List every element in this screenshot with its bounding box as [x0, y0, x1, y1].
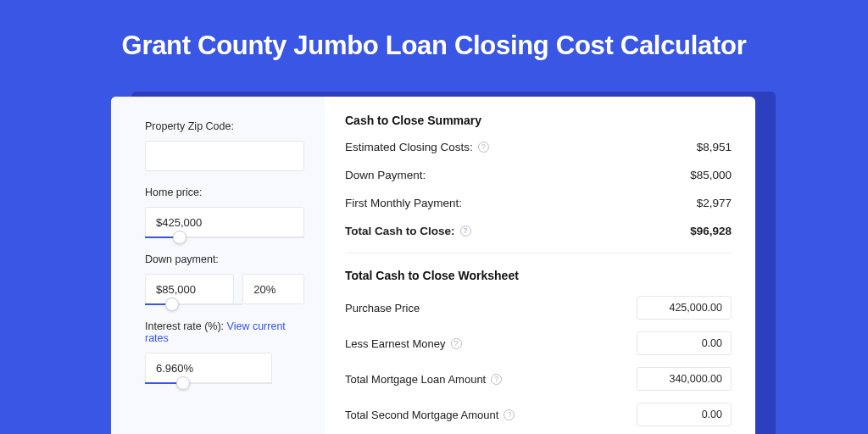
summary-row-first-monthly: First Monthly Payment: $2,977	[345, 197, 732, 209]
summary-row-down-payment: Down Payment: $85,000	[345, 169, 732, 181]
help-icon[interactable]: ?	[451, 338, 462, 349]
results-pane: Cash to Close Summary Estimated Closing …	[325, 97, 755, 434]
home-price-slider[interactable]	[145, 236, 304, 238]
zip-input[interactable]	[145, 141, 304, 171]
down-payment-pct-input[interactable]	[242, 274, 304, 304]
interest-field-group: Interest rate (%): View current rates	[145, 320, 304, 384]
interest-slider[interactable]	[145, 382, 272, 384]
down-payment-field-group: Down payment:	[145, 253, 304, 305]
down-payment-slider[interactable]	[145, 303, 242, 305]
worksheet-section: Total Cash to Close Worksheet Purchase P…	[345, 253, 732, 426]
down-payment-label: Down payment:	[145, 253, 304, 265]
worksheet-label-text: Total Second Mortgage Amount	[345, 409, 498, 421]
interest-slider-thumb[interactable]	[176, 376, 190, 390]
calculator-card: Property Zip Code: Home price: Down paym…	[111, 97, 755, 434]
summary-value: $85,000	[690, 169, 732, 181]
summary-value: $2,977	[697, 197, 732, 209]
worksheet-label-text: Total Mortgage Loan Amount	[345, 373, 486, 386]
summary-label-text: Estimated Closing Costs:	[345, 141, 473, 153]
worksheet-label-text: Less Earnest Money	[345, 337, 446, 350]
summary-label-text: First Monthly Payment:	[345, 197, 462, 209]
summary-label-text: Total Cash to Close:	[345, 225, 455, 237]
summary-value: $96,928	[690, 225, 732, 237]
help-icon[interactable]: ?	[491, 374, 502, 385]
page-title: Grant County Jumbo Loan Closing Cost Cal…	[0, 0, 868, 61]
worksheet-row-earnest-money: Less Earnest Money ?	[345, 331, 732, 355]
worksheet-heading: Total Cash to Close Worksheet	[345, 269, 732, 282]
worksheet-row-second-mortgage: Total Second Mortgage Amount ?	[345, 403, 732, 426]
help-icon[interactable]: ?	[504, 409, 515, 420]
worksheet-row-purchase-price: Purchase Price	[345, 296, 732, 320]
home-price-slider-thumb[interactable]	[173, 231, 186, 244]
worksheet-value-input[interactable]	[637, 367, 732, 391]
interest-label: Interest rate (%): View current rates	[145, 320, 304, 344]
zip-label: Property Zip Code:	[145, 120, 304, 132]
summary-row-closing-costs: Estimated Closing Costs: ? $8,951	[345, 141, 732, 153]
zip-field-group: Property Zip Code:	[145, 120, 304, 171]
help-icon[interactable]: ?	[460, 225, 471, 236]
worksheet-label-text: Purchase Price	[345, 302, 420, 314]
inputs-pane: Property Zip Code: Home price: Down paym…	[111, 97, 325, 434]
worksheet-value-input[interactable]	[637, 296, 732, 320]
help-icon[interactable]: ?	[478, 142, 489, 153]
down-payment-slider-thumb[interactable]	[165, 298, 179, 311]
summary-row-total-cash: Total Cash to Close: ? $96,928	[345, 225, 732, 237]
summary-value: $8,951	[697, 141, 732, 153]
worksheet-value-input[interactable]	[637, 331, 732, 355]
worksheet-row-mortgage-amount: Total Mortgage Loan Amount ?	[345, 367, 732, 391]
worksheet-value-input[interactable]	[637, 403, 732, 426]
down-payment-input[interactable]	[145, 274, 234, 304]
home-price-field-group: Home price:	[145, 186, 304, 238]
home-price-input[interactable]	[145, 207, 304, 237]
home-price-label: Home price:	[145, 186, 304, 198]
interest-label-text: Interest rate (%):	[145, 320, 227, 332]
summary-heading: Cash to Close Summary	[345, 114, 732, 127]
summary-label-text: Down Payment:	[345, 169, 426, 181]
interest-input[interactable]	[145, 353, 272, 383]
